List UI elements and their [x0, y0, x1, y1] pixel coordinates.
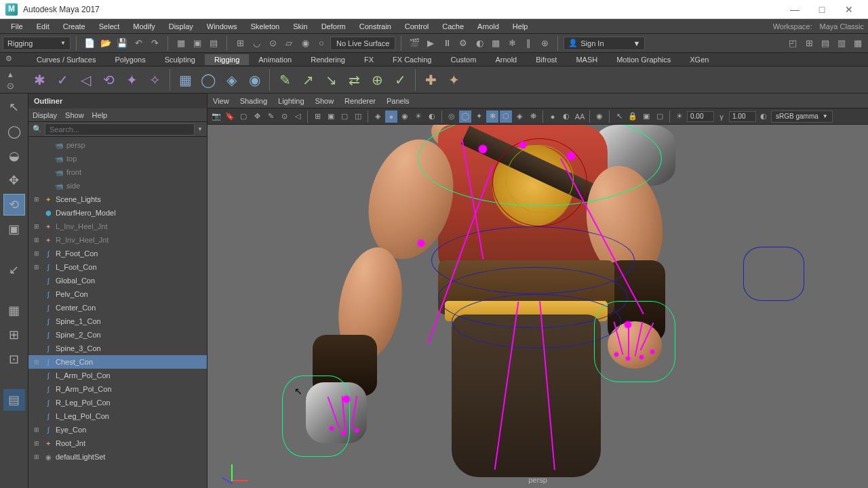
layout-full-icon[interactable]: ◰ — [785, 36, 800, 51]
save-scene-icon[interactable]: 💾 — [115, 36, 130, 51]
shelf-tab-rigging[interactable]: Rigging — [205, 54, 249, 65]
signin-dropdown[interactable]: 👤 Sign In ▼ — [564, 37, 645, 50]
outliner-item-l-foot-con[interactable]: ⊞∫L_Foot_Con — [28, 260, 207, 274]
vp-shadows-icon[interactable]: ◐ — [426, 110, 438, 123]
layout-two-icon[interactable]: ▤ — [818, 36, 833, 51]
snap-curve-icon[interactable]: ◡ — [249, 36, 264, 51]
select-hierarchy-icon[interactable]: ▦ — [174, 36, 189, 51]
ipr-render-icon[interactable]: ▶ — [423, 36, 438, 51]
hypershade-icon[interactable]: ◐ — [472, 36, 487, 51]
menu-help[interactable]: Help — [506, 21, 535, 32]
outliner-item-l-arm-pol-con[interactable]: ∫L_Arm_Pol_Con — [28, 369, 207, 382]
outliner-item-r-foot-con[interactable]: ⊞∫R_Foot_Con — [28, 247, 207, 260]
expand-icon[interactable]: ⊞ — [34, 237, 41, 243]
render-sequence-icon[interactable]: ⏸ — [439, 36, 454, 51]
render-view-icon[interactable]: ▦ — [488, 36, 503, 51]
vp-xray-joints-icon[interactable]: ✦ — [473, 110, 485, 123]
shelf-tab-bifrost[interactable]: Bifrost — [526, 54, 566, 65]
lasso-tool-icon[interactable]: ◯ — [3, 121, 25, 142]
ik-handle-icon[interactable]: ✦ — [121, 69, 142, 91]
shelf-tab-fxcaching[interactable]: FX Caching — [383, 54, 441, 65]
persp-view-icon[interactable]: ⊡ — [3, 348, 25, 370]
constraint-point-icon[interactable]: ✚ — [420, 69, 441, 91]
outliner-menu-show[interactable]: Show — [65, 111, 84, 119]
outliner-item-l-inv-heel-jnt[interactable]: ⊞✦L_Inv_Heel_Jnt — [28, 220, 207, 233]
maximize-button[interactable]: □ — [808, 3, 835, 16]
shelf-down-icon[interactable]: ⊙ — [3, 80, 18, 91]
vp-select-cam-icon[interactable]: ↖ — [613, 110, 625, 123]
pause-icon[interactable]: ‖ — [521, 36, 536, 51]
menu-file[interactable]: File — [4, 21, 30, 32]
bind-skin-icon[interactable]: ✎ — [274, 69, 296, 91]
scale-tool-icon[interactable]: ▣ — [3, 218, 25, 240]
vp-joints-icon[interactable]: ✱ — [486, 110, 498, 123]
vp-ik-icon[interactable]: ⬡ — [500, 110, 512, 123]
menu-windows[interactable]: Windows — [200, 21, 244, 32]
vp-ghost-icon[interactable]: ⊙ — [278, 110, 290, 123]
shelf-gear-icon[interactable]: ⚙ — [5, 54, 16, 65]
menu-display[interactable]: Display — [162, 21, 200, 32]
joint-tool-icon[interactable]: ✱ — [28, 69, 50, 91]
live-surface-field[interactable]: No Live Surface — [330, 37, 395, 50]
vp-xray-icon[interactable]: ◯ — [459, 110, 471, 123]
vp-gamma-icon[interactable]: γ — [715, 110, 728, 123]
menu-constrain[interactable]: Constrain — [353, 21, 398, 32]
vp-isolate-icon[interactable]: ◎ — [446, 110, 458, 123]
ik-spline-icon[interactable]: ✧ — [144, 69, 165, 91]
orient-joint-icon[interactable]: ⟲ — [98, 69, 119, 91]
outliner-item-chest-con[interactable]: ⊞∫Chest_Con — [28, 355, 207, 369]
vp-bookmark-icon[interactable]: 🔖 — [224, 110, 236, 123]
vp-rewind-icon[interactable]: ◁ — [292, 110, 304, 123]
four-view-icon[interactable]: ⊞ — [3, 324, 25, 346]
layout-outliner-icon[interactable]: ▦ — [850, 36, 865, 51]
snap-point-icon[interactable]: ⊙ — [265, 36, 280, 51]
vp-exposure-field[interactable] — [687, 111, 714, 122]
menu-arnold[interactable]: Arnold — [471, 21, 506, 32]
shelf-up-icon[interactable]: ▴ — [3, 68, 18, 79]
vp-shaded-icon[interactable]: ● — [385, 110, 397, 123]
open-scene-icon[interactable]: 📂 — [98, 36, 113, 51]
expand-icon[interactable]: ⊞ — [34, 264, 41, 270]
vp-grease-icon[interactable]: ✎ — [264, 110, 277, 123]
last-tool-icon[interactable]: ↙ — [3, 259, 25, 281]
vp-menu-shading[interactable]: Shading — [240, 97, 267, 105]
lattice-icon[interactable]: ▦ — [174, 69, 196, 91]
workspace-mode-selector[interactable]: Rigging ▼ — [3, 37, 71, 50]
vp-wireframe-icon[interactable]: ◈ — [372, 110, 384, 123]
paint-select-icon[interactable]: ◒ — [3, 145, 25, 167]
shelf-tab-fx[interactable]: FX — [355, 54, 383, 65]
detach-skin-icon[interactable]: ↗ — [297, 69, 319, 91]
outliner-item-l-leg-pol-con[interactable]: ∫L_Leg_Pol_Con — [28, 409, 207, 423]
snap-center-icon[interactable]: ○ — [314, 36, 329, 51]
outliner-item-r-inv-heel-jnt[interactable]: ⊞✦R_Inv_Heel_Jnt — [28, 233, 207, 247]
rotate-tool-icon[interactable]: ⟲ — [3, 194, 25, 216]
outliner-item-global-con[interactable]: ∫Global_Con — [28, 274, 207, 287]
toggle-icon[interactable]: ⊕ — [537, 36, 552, 51]
layout-icon[interactable]: ▦ — [3, 300, 25, 321]
vp-camera-icon[interactable]: 📷 — [210, 110, 222, 123]
shelf-tab-motion[interactable]: Motion Graphics — [607, 54, 680, 65]
insert-joint-icon[interactable]: ✓ — [52, 69, 73, 91]
vp-colorspace-icon[interactable]: ◐ — [757, 110, 770, 123]
mirror-joint-icon[interactable]: ◁ — [75, 69, 96, 91]
move-tool-icon[interactable]: ✥ — [3, 169, 25, 191]
mirror-weights-icon[interactable]: ⇄ — [343, 69, 365, 91]
vp-2d-pan-icon[interactable]: ✥ — [251, 110, 263, 123]
snap-grid-icon[interactable]: ⊞ — [233, 36, 248, 51]
expand-icon[interactable]: ⊞ — [34, 196, 41, 203]
outliner-search-input[interactable] — [45, 123, 195, 136]
outliner-menu-display[interactable]: Display — [33, 111, 57, 119]
vp-dof-icon[interactable]: ◉ — [593, 110, 606, 123]
vp-menu-lighting[interactable]: Lighting — [278, 97, 304, 105]
outliner-item-defaultlightset[interactable]: ⊞◉defaultLightSet — [28, 450, 207, 464]
select-tool-icon[interactable]: ↖ — [3, 96, 25, 118]
menu-cache[interactable]: Cache — [435, 21, 471, 32]
outliner-item-spine-3-con[interactable]: ∫Spine_3_Con — [28, 342, 207, 355]
outliner-item-r-leg-pol-con[interactable]: ∫R_Leg_Pol_Con — [28, 396, 207, 409]
outliner-item-center-con[interactable]: ∫Center_Con — [28, 301, 207, 314]
menu-skin[interactable]: Skin — [286, 21, 314, 32]
undo-icon[interactable]: ↶ — [131, 36, 146, 51]
menu-modify[interactable]: Modify — [126, 21, 161, 32]
constraint-orient-icon[interactable]: ✦ — [443, 69, 465, 91]
vp-menu-view[interactable]: View — [213, 97, 229, 105]
